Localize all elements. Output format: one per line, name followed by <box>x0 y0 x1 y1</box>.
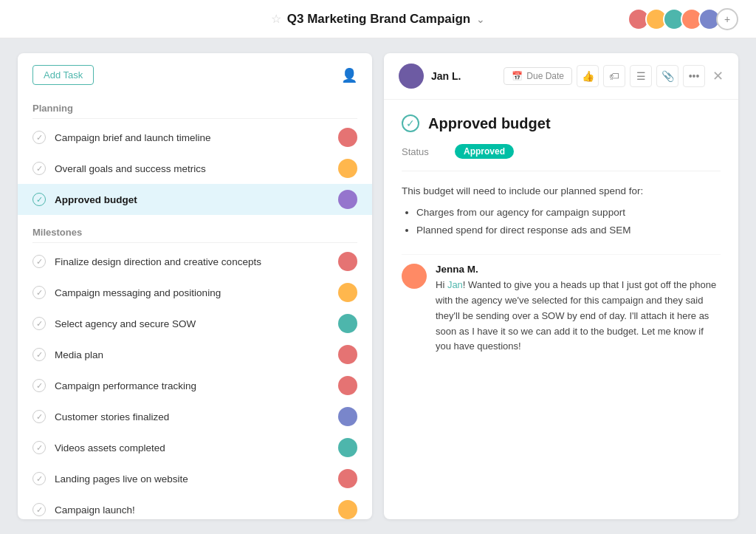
task-check-icon: ✓ <box>32 441 46 454</box>
author-avatar <box>399 64 424 89</box>
task-row[interactable]: ✓ Campaign messaging and positioning <box>18 277 372 308</box>
task-name: Select agency and secure SOW <box>55 318 332 329</box>
task-check-icon: ✓ <box>32 348 46 361</box>
task-row[interactable]: ✓ Videos assets completed <box>18 432 372 463</box>
list-item: Charges from our agency for campaign sup… <box>416 204 721 222</box>
avatar <box>338 438 357 457</box>
task-name: Customer stories finalized <box>55 411 332 422</box>
task-row[interactable]: ✓ Campaign brief and launch timeline <box>18 122 372 153</box>
avatar <box>338 128 357 147</box>
avatar <box>338 314 357 333</box>
comment-body: Jenna M. Hi Jan! Wanted to give you a he… <box>436 264 721 355</box>
task-name: Campaign messaging and positioning <box>55 287 332 298</box>
comment-text: Hi Jan! Wanted to give you a heads up th… <box>436 278 721 355</box>
section-milestones: Milestones ✓ Finalize design direction a… <box>18 221 372 519</box>
avatar-group: + <box>628 8 738 30</box>
calendar-icon: 📅 <box>512 71 523 81</box>
section-label-milestones: Milestones <box>18 221 372 242</box>
avatar <box>338 345 357 364</box>
avatar <box>338 252 357 271</box>
task-title: Approved budget <box>428 115 551 132</box>
top-bar: ☆ Q3 Marketing Brand Campaign ⌄ + <box>0 0 756 38</box>
close-button[interactable]: ✕ <box>712 68 724 84</box>
add-task-button[interactable]: Add Task <box>32 65 94 85</box>
task-check-icon: ✓ <box>32 131 46 144</box>
task-row[interactable]: ✓ Campaign performance tracking <box>18 370 372 401</box>
task-row[interactable]: ✓ Select agency and secure SOW <box>18 308 372 339</box>
detail-body: ✓ Approved budget Status Approved This b… <box>384 100 738 519</box>
task-title-check-icon: ✓ <box>402 114 419 132</box>
person-icon: 👤 <box>341 67 357 83</box>
task-description: This budget will need to include our pla… <box>402 183 721 199</box>
comment-avatar <box>402 264 427 289</box>
author-name: Jan L. <box>431 70 461 82</box>
avatar <box>338 159 357 178</box>
task-check-icon: ✓ <box>32 286 46 299</box>
task-name: Campaign performance tracking <box>55 380 332 391</box>
comment-text-before: Hi <box>436 279 447 290</box>
page-title: Q3 Marketing Brand Campaign <box>287 12 470 27</box>
top-bar-avatars: + <box>628 8 738 30</box>
task-check-icon: ✓ <box>32 472 46 485</box>
tag-icon[interactable]: 🏷 <box>603 65 625 87</box>
task-name: Finalize design direction and creative c… <box>55 256 332 267</box>
task-row[interactable]: ✓ Overall goals and success metrics <box>18 153 372 184</box>
task-row[interactable]: ✓ Landing pages live on website <box>18 463 372 494</box>
status-badge: Approved <box>455 144 514 159</box>
task-check-icon: ✓ <box>32 162 46 175</box>
attachment-icon[interactable]: 📎 <box>656 65 678 87</box>
task-name: Media plan <box>55 349 332 360</box>
task-name: Campaign launch! <box>55 504 332 516</box>
task-name: Videos assets completed <box>55 442 332 453</box>
list-icon[interactable]: ☰ <box>630 65 652 87</box>
comment-text-after: ! Wanted to give you a heads up that I j… <box>436 279 716 352</box>
main-content: Add Task 👤 Planning ✓ Campaign brief and… <box>0 38 756 534</box>
due-date-button[interactable]: 📅 Due Date <box>504 67 572 85</box>
task-row[interactable]: ✓ Media plan <box>18 339 372 370</box>
task-name: Approved budget <box>55 194 332 205</box>
thumbs-up-icon[interactable]: 👍 <box>577 65 599 87</box>
chevron-down-icon[interactable]: ⌄ <box>476 13 485 25</box>
task-title-row: ✓ Approved budget <box>402 114 721 132</box>
more-options-icon[interactable]: ••• <box>683 65 705 87</box>
star-icon[interactable]: ☆ <box>271 12 281 26</box>
comment-author: Jenna M. <box>436 264 721 275</box>
task-check-icon: ✓ <box>32 255 46 268</box>
status-row: Status Approved <box>402 144 721 171</box>
top-bar-center: ☆ Q3 Marketing Brand Campaign ⌄ <box>271 12 485 27</box>
task-name: Landing pages live on website <box>55 473 332 485</box>
right-panel: Jan L. 📅 Due Date 👍 🏷 ☰ 📎 ••• ✕ ✓ Approv… <box>384 53 738 519</box>
task-row[interactable]: ✓ Campaign launch! <box>18 494 372 519</box>
task-name: Campaign brief and launch timeline <box>55 132 332 143</box>
avatar <box>338 283 357 302</box>
task-row[interactable]: ✓ Customer stories finalized <box>18 401 372 432</box>
task-check-icon: ✓ <box>32 379 46 392</box>
task-check-icon: ✓ <box>32 410 46 423</box>
avatar <box>338 469 357 488</box>
task-check-icon: ✓ <box>32 317 46 330</box>
avatar <box>338 407 357 426</box>
avatar <box>338 376 357 395</box>
task-check-icon: ✓ <box>32 193 46 206</box>
task-name: Overall goals and success metrics <box>55 163 332 174</box>
section-label-planning: Planning <box>18 97 372 118</box>
avatar <box>338 190 357 209</box>
status-label: Status <box>402 146 446 157</box>
section-planning: Planning ✓ Campaign brief and launch tim… <box>18 97 372 215</box>
detail-header: Jan L. 📅 Due Date 👍 🏷 ☰ 📎 ••• ✕ <box>384 53 738 100</box>
task-check-icon: ✓ <box>32 503 46 516</box>
comment-mention: Jan <box>447 279 463 290</box>
avatar <box>338 500 357 519</box>
add-member-button[interactable]: + <box>716 8 738 30</box>
task-row[interactable]: ✓ Finalize design direction and creative… <box>18 246 372 277</box>
due-date-label: Due Date <box>526 71 564 81</box>
left-panel: Add Task 👤 Planning ✓ Campaign brief and… <box>18 53 372 519</box>
add-task-row: Add Task 👤 <box>18 65 372 97</box>
task-bullet-list: Charges from our agency for campaign sup… <box>402 204 721 240</box>
task-row-active[interactable]: ✓ Approved budget <box>18 184 372 215</box>
list-item: Planned spend for direct response ads an… <box>416 222 721 239</box>
comment-section: Jenna M. Hi Jan! Wanted to give you a he… <box>402 254 721 355</box>
header-actions: 📅 Due Date 👍 🏷 ☰ 📎 ••• ✕ <box>504 65 724 87</box>
